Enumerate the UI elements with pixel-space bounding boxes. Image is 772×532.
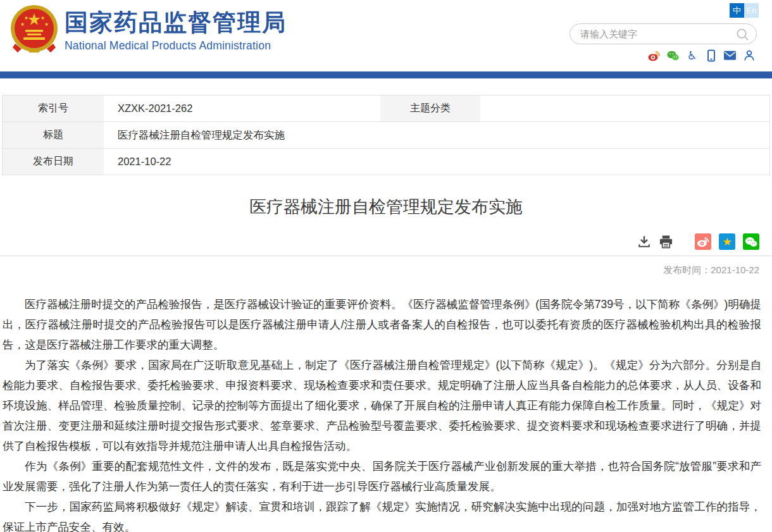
meta-label-index: 索引号 — [3, 96, 104, 122]
meta-label-date: 发布日期 — [3, 149, 104, 175]
national-emblem-icon: ★ ★ ★ ★ — [10, 4, 58, 54]
article-body: 医疗器械注册时提交的产品检验报告，是医疗器械设计验证的重要评价资料。《医疗器械监… — [3, 294, 761, 532]
article-toolbar: ★ — [13, 233, 759, 250]
lang-zh-button[interactable]: 中 — [730, 3, 744, 18]
meta-value-category — [480, 96, 769, 122]
publish-line: 发布时间：2021-10-22 — [13, 264, 759, 276]
svg-text:★: ★ — [40, 15, 45, 21]
search-box — [570, 23, 757, 44]
weibo-icon[interactable] — [648, 49, 660, 61]
share-weibo-icon[interactable] — [695, 233, 711, 250]
toolbar-divider — [0, 256, 772, 256]
search-input[interactable] — [580, 28, 732, 39]
mobile-icon[interactable] — [705, 49, 717, 61]
share-qzone-icon[interactable]: ★ — [719, 233, 735, 250]
publish-date: 2021-10-22 — [711, 264, 759, 275]
meta-value-date: 2021-10-22 — [104, 149, 769, 175]
share-wechat-icon[interactable] — [743, 233, 759, 250]
national-emblem-logo[interactable]: ★ ★ ★ ★ — [10, 4, 58, 54]
header-accent-bar — [0, 71, 772, 78]
publish-label: 发布时间： — [663, 264, 711, 275]
site-title: 国家药品监督管理局 — [65, 10, 287, 36]
svg-text:★: ★ — [24, 15, 28, 21]
meta-label-title: 标题 — [3, 122, 104, 149]
article-paragraph: 为了落实《条例》要求，国家局在广泛听取意见基础上，制定了《医疗器械注册自检管理规… — [3, 355, 761, 456]
article-paragraph: 下一步，国家药监局将积极做好《规定》解读、宣贯和培训，跟踪了解《规定》实施情况，… — [3, 497, 761, 532]
document-meta-table: 索引号 XZXK-2021-262 主题分类 标题 医疗器械注册自检管理规定发布… — [2, 95, 770, 175]
user-icon[interactable] — [743, 49, 755, 61]
site-header: ★ ★ ★ ★ 国家药品监督管理局 National Medical Produ… — [0, 0, 772, 71]
print-icon[interactable] — [659, 235, 673, 249]
wechat-icon[interactable] — [667, 49, 679, 61]
svg-text:★: ★ — [20, 22, 25, 27]
language-switch: 中 En — [730, 3, 759, 18]
lang-en-button[interactable]: En — [744, 3, 759, 18]
meta-value-title: 医疗器械注册自检管理规定发布实施 — [104, 122, 769, 149]
download-icon[interactable] — [637, 235, 651, 249]
meta-value-index: XZXK-2021-262 — [104, 96, 380, 122]
quick-icon-bar: ♿ — [648, 49, 755, 61]
accessibility-icon[interactable]: ♿ — [686, 49, 698, 61]
mail-icon[interactable] — [724, 49, 736, 61]
page-title: 医疗器械注册自检管理规定发布实施 — [0, 195, 772, 218]
brand-block: 国家药品监督管理局 National Medical Products Admi… — [65, 10, 287, 53]
search-icon[interactable] — [735, 27, 750, 44]
svg-text:★: ★ — [44, 22, 49, 27]
meta-label-category: 主题分类 — [380, 96, 480, 122]
site-subtitle: National Medical Products Administration — [65, 39, 287, 53]
article-paragraph: 作为《条例》重要的配套规范性文件，文件的发布，既是落实党中央、国务院关于医疗器械… — [3, 456, 761, 497]
article-paragraph: 医疗器械注册时提交的产品检验报告，是医疗器械设计验证的重要评价资料。《医疗器械监… — [3, 294, 761, 355]
